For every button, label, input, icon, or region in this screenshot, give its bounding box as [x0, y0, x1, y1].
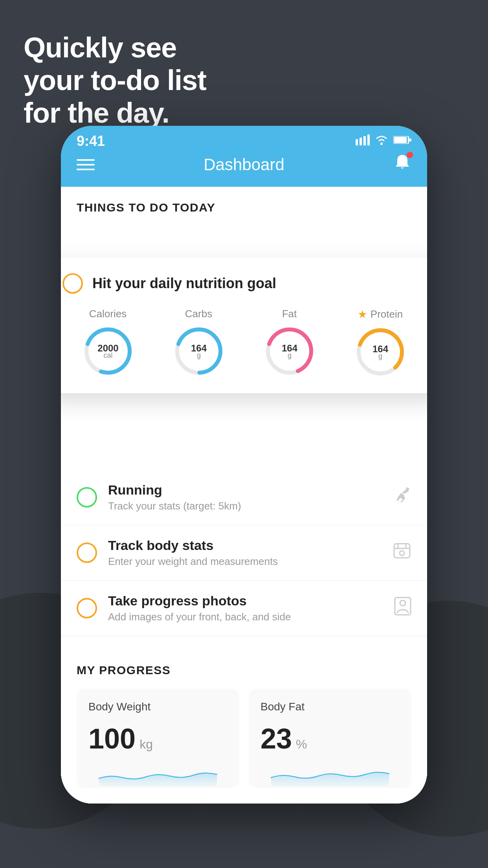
photos-title: Take progress photos [108, 593, 383, 609]
hamburger-line3 [77, 169, 95, 170]
progress-section: MY PROGRESS Body Weight 100 kg [61, 644, 427, 804]
hero-line1: Quickly see [24, 31, 206, 64]
hamburger-line1 [77, 159, 95, 161]
body-stats-circle [77, 542, 97, 563]
body-weight-chart [88, 763, 227, 786]
scale-icon [393, 542, 411, 563]
body-weight-unit: kg [139, 737, 153, 752]
body-fat-unit: % [296, 737, 307, 752]
body-stats-text: Track body stats Enter your weight and m… [108, 538, 382, 568]
hamburger-menu[interactable] [77, 159, 95, 170]
status-bar: 9:41 [61, 126, 427, 153]
calories-label: Calories [89, 308, 127, 320]
nutrition-card: Hit your daily nutrition goal Calories 2… [61, 257, 427, 393]
photos-circle [77, 598, 97, 618]
hamburger-line2 [77, 164, 95, 166]
hero-line3: for the day. [24, 97, 206, 129]
body-fat-number: 23 [261, 723, 292, 755]
svg-rect-2 [363, 136, 366, 145]
body-fat-value-row: 23 % [261, 723, 400, 755]
person-icon [394, 597, 411, 620]
nutrition-item-calories: Calories 2000 cal [83, 308, 134, 377]
nutrition-card-title-row: Hit your daily nutrition goal [62, 273, 426, 294]
protein-label: ★ Protein [358, 308, 403, 321]
svg-point-30 [400, 551, 404, 555]
phone: 9:41 [61, 126, 427, 804]
nav-title: Dashboard [204, 155, 284, 174]
protein-circle: 164 g [355, 326, 406, 377]
nutrition-item-carbs: Carbs 164 g [173, 308, 224, 377]
app-content: THINGS TO DO TODAY Hit your daily nutrit… [61, 187, 427, 804]
svg-rect-3 [367, 134, 370, 145]
signal-icon [356, 134, 370, 148]
nav-bar: Dashboard [61, 153, 427, 187]
notification-dot [407, 152, 413, 158]
body-weight-title: Body Weight [88, 701, 227, 713]
svg-text:cal: cal [103, 351, 112, 359]
status-time: 9:41 [77, 133, 105, 149]
hero-line2: your to-do list [24, 64, 206, 97]
body-stats-title: Track body stats [108, 538, 382, 553]
battery-icon [393, 135, 411, 147]
hero-text: Quickly see your to-do list for the day. [24, 31, 206, 129]
svg-text:g: g [287, 351, 291, 359]
svg-rect-8 [409, 138, 411, 142]
bell-button[interactable] [393, 153, 411, 176]
carbs-label: Carbs [185, 308, 212, 320]
svg-point-32 [400, 600, 405, 606]
progress-cards: Body Weight 100 kg [77, 689, 411, 788]
calories-circle: 2000 cal [83, 326, 134, 377]
body-stats-subtitle: Enter your weight and measurements [108, 555, 382, 568]
running-title: Running [108, 482, 382, 498]
body-fat-title: Body Fat [261, 701, 400, 713]
fat-label: Fat [282, 308, 297, 320]
status-icons [356, 134, 411, 148]
phone-wrapper: 9:41 [61, 126, 427, 841]
running-subtitle: Track your stats (target: 5km) [108, 500, 382, 512]
nutrition-circle-check[interactable] [62, 273, 83, 294]
todo-item-running[interactable]: Running Track your stats (target: 5km) [61, 470, 427, 525]
nutrition-card-title: Hit your daily nutrition goal [92, 275, 276, 292]
todo-item-body-stats[interactable]: Track body stats Enter your weight and m… [61, 525, 427, 581]
protein-star-icon: ★ [358, 308, 367, 321]
running-text: Running Track your stats (target: 5km) [108, 482, 382, 512]
todo-item-photos[interactable]: Take progress photos Add images of your … [61, 581, 427, 636]
svg-rect-7 [394, 137, 407, 143]
nutrition-row: Calories 2000 cal Carbs [62, 308, 426, 377]
svg-point-25 [406, 487, 409, 491]
svg-text:g: g [196, 351, 200, 359]
fat-circle: 164 g [264, 326, 315, 377]
body-fat-card: Body Fat 23 % [249, 689, 411, 788]
progress-header: MY PROGRESS [77, 664, 411, 677]
todo-list: Running Track your stats (target: 5km) [61, 470, 427, 636]
wifi-icon [374, 134, 389, 148]
svg-point-4 [380, 143, 383, 145]
svg-rect-0 [356, 139, 358, 145]
body-fat-chart [261, 763, 400, 786]
body-weight-card: Body Weight 100 kg [77, 689, 239, 788]
nutrition-item-fat: Fat 164 g [264, 308, 315, 377]
photos-subtitle: Add images of your front, back, and side [108, 611, 383, 623]
things-to-do-header: THINGS TO DO TODAY [61, 187, 427, 222]
body-weight-number: 100 [88, 723, 136, 755]
running-icon [393, 487, 411, 507]
carbs-circle: 164 g [173, 326, 224, 377]
photos-text: Take progress photos Add images of your … [108, 593, 383, 623]
nutrition-item-protein: ★ Protein 164 g [355, 308, 406, 377]
body-weight-value-row: 100 kg [88, 723, 227, 755]
svg-rect-1 [360, 138, 362, 145]
running-circle [77, 487, 97, 508]
svg-text:g: g [378, 352, 382, 360]
